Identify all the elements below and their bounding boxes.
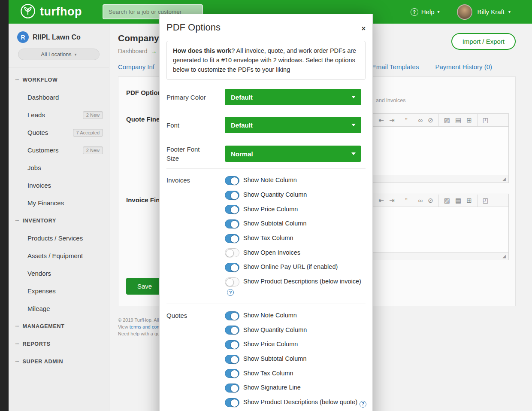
toggle-row[interactable]: Show Online Pay URL (if enabled)?: [225, 262, 366, 272]
toggle-switch[interactable]: [225, 176, 239, 185]
sidebar-item[interactable]: ┄ Jobs: [9, 159, 109, 177]
sidebar-item[interactable]: ┄ My Finances: [9, 194, 109, 212]
quotes-label: Quotes: [166, 311, 225, 320]
toggle-row[interactable]: Show Note Column?: [225, 311, 366, 320]
toggle-switch[interactable]: [225, 369, 239, 378]
help-circle-icon[interactable]: ?: [360, 401, 366, 408]
toggle-switch[interactable]: [225, 234, 239, 243]
breadcrumb-dashboard[interactable]: Dashboard: [118, 48, 148, 55]
sidebar-item[interactable]: ┄ WORKFLOW: [9, 71, 109, 88]
toggle-row[interactable]: Show Subtotal Column?: [225, 354, 366, 364]
toggle-label: Show Subtotal Column: [243, 220, 307, 227]
toggle-switch[interactable]: [225, 355, 239, 364]
help-menu[interactable]: ? Help ▾: [411, 8, 440, 16]
sidebar-item[interactable]: ┄ MANAGEMENT: [9, 317, 109, 335]
link-icon[interactable]: ∞: [413, 114, 426, 126]
blockquote-icon[interactable]: ”: [400, 195, 410, 207]
unlink-icon[interactable]: ⊘: [425, 195, 436, 207]
maximize-icon[interactable]: ◰: [477, 114, 491, 126]
primary-color-select[interactable]: Default: [225, 89, 361, 105]
sidebar-item[interactable]: ┄ Vendors: [9, 265, 109, 282]
maximize-icon[interactable]: ◰: [477, 195, 491, 207]
toggle-row[interactable]: Show Note Column?: [225, 176, 366, 185]
image-icon[interactable]: ▨: [438, 195, 453, 207]
toggle-switch[interactable]: [225, 263, 239, 272]
sidebar-item[interactable]: ┄ REPORTS: [9, 335, 109, 353]
toggle-switch[interactable]: [225, 205, 239, 214]
unlink-icon[interactable]: ⊘: [425, 114, 436, 126]
font-value: Default: [231, 122, 253, 129]
sidebar-item[interactable]: ┄ Expenses: [9, 282, 109, 300]
sidebar-item[interactable]: ┄ Invoices: [9, 177, 109, 194]
toggle-row[interactable]: Show Product Descriptions (below invoice…: [225, 277, 366, 296]
toggle-row[interactable]: Show Signature Line?: [225, 383, 366, 393]
table-icon[interactable]: ⊞: [464, 114, 475, 126]
toggle-row[interactable]: Show Tax Column?: [225, 234, 366, 243]
sidebar-item-label: REPORTS: [23, 341, 51, 347]
image-icon[interactable]: ▨: [438, 114, 453, 126]
sidebar-item[interactable]: ┄ Customers 2 New: [9, 141, 109, 159]
tab-company-info[interactable]: Company Inf: [118, 63, 154, 70]
toggle-row[interactable]: Show Product Descriptions (below quote)?: [225, 398, 366, 408]
save-button[interactable]: Save: [126, 278, 163, 295]
toggle-label: Show Quantity Column: [243, 191, 307, 198]
tab-email-templates[interactable]: Email Templates: [372, 63, 419, 70]
increase-indent-icon[interactable]: ⇥: [387, 195, 397, 207]
quotes-toggle-list: Show Note Column? Show Quantity Column?: [225, 311, 366, 411]
toggle-switch[interactable]: [225, 340, 239, 349]
avatar[interactable]: [457, 4, 472, 20]
toggle-switch[interactable]: [225, 191, 239, 200]
modal-title: PDF Options: [166, 22, 221, 33]
toggle-switch[interactable]: [225, 219, 239, 228]
locations-selector[interactable]: All Locations ▾: [18, 49, 100, 60]
import-export-button[interactable]: Import / Export: [451, 33, 516, 50]
sidebar-item[interactable]: ┄ Products / Services: [9, 229, 109, 247]
link-icon[interactable]: ∞: [413, 195, 426, 207]
sidebar-item[interactable]: ┄ Assets / Equipment: [9, 247, 109, 265]
increase-indent-icon[interactable]: ⇥: [387, 114, 397, 126]
toggle-row[interactable]: Show Price Column?: [225, 340, 366, 349]
sidebar-item[interactable]: ┄ Dashboard: [9, 88, 109, 106]
font-select[interactable]: Default: [225, 117, 361, 133]
close-icon[interactable]: ×: [362, 25, 366, 32]
toggle-switch[interactable]: [225, 326, 239, 335]
toggle-row[interactable]: Show Open Invoices?: [225, 248, 366, 258]
invoice-fineprint-label: Invoice Fine: [126, 196, 163, 204]
toggle-switch[interactable]: [225, 311, 239, 320]
caret-down-icon: [351, 124, 356, 126]
toggle-row[interactable]: Show Subtotal Column?: [225, 219, 366, 228]
user-menu[interactable]: Billy Kraft ▾: [478, 8, 511, 15]
sidebar-item[interactable]: ┄ Leads 2 New: [9, 106, 109, 124]
user-name: Billy Kraft: [478, 8, 505, 15]
toggle-switch[interactable]: [225, 384, 239, 393]
sidebar-item[interactable]: ┄ Mileage: [9, 300, 109, 317]
decrease-indent-icon[interactable]: ⇤: [373, 195, 387, 207]
toggle-row[interactable]: Show Quantity Column?: [225, 326, 366, 335]
toggle-switch[interactable]: [225, 277, 239, 286]
toggle-row[interactable]: Show Quantity Column?: [225, 190, 366, 200]
tab-payment-history[interactable]: Payment History (0): [435, 63, 492, 70]
blockquote-icon[interactable]: ”: [400, 114, 410, 126]
resize-handle-icon[interactable]: ◢: [502, 177, 506, 181]
footer-font-size-select[interactable]: Normal: [225, 146, 361, 162]
company-name: RIIPL Lawn Co: [33, 33, 81, 41]
resize-handle-icon[interactable]: ◢: [502, 254, 506, 259]
toggle-switch[interactable]: [225, 248, 239, 257]
modal-intro: How does this work? All invoice, quote, …: [166, 41, 366, 80]
terms-link[interactable]: terms and cond: [130, 324, 162, 329]
help-circle-icon[interactable]: ?: [227, 289, 234, 296]
toggle-switch[interactable]: [225, 398, 239, 407]
toggle-row[interactable]: Show Tax Column?: [225, 369, 366, 378]
template-icon[interactable]: ▤: [453, 195, 464, 207]
sidebar-item-badge: 7 Accepted: [73, 129, 103, 137]
tree-branch-icon: ┄: [15, 76, 19, 83]
template-icon[interactable]: ▤: [453, 114, 464, 126]
footer-font-size-value: Normal: [231, 150, 253, 158]
brand[interactable]: turfhop: [20, 3, 82, 21]
toggle-row[interactable]: Show Price Column?: [225, 205, 366, 214]
sidebar-item[interactable]: ┄ SUPER ADMIN: [9, 353, 109, 370]
table-icon[interactable]: ⊞: [464, 195, 475, 207]
decrease-indent-icon[interactable]: ⇤: [373, 114, 387, 126]
sidebar-item[interactable]: ┄ Quotes 7 Accepted: [9, 124, 109, 141]
sidebar-item[interactable]: ┄ INVENTORY: [9, 212, 109, 229]
